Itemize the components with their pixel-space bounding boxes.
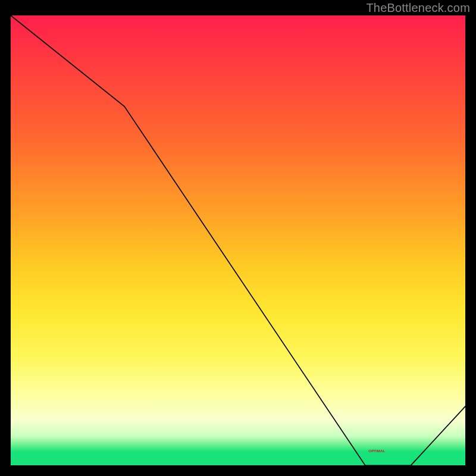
plot-area: OPTIMAL [11,15,465,465]
bottleneck-curve [11,15,465,470]
attribution-text: TheBottleneck.com [366,1,470,15]
optimal-label: OPTIMAL [368,449,385,453]
chart-frame: TheBottleneck.com OPTIMAL [0,0,476,476]
